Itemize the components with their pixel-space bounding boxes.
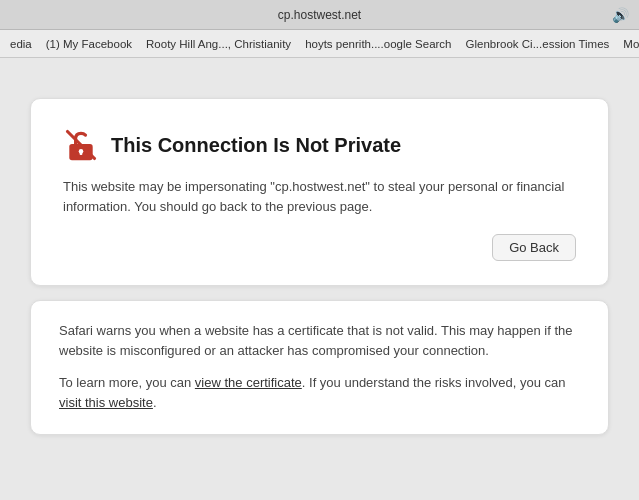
- svg-rect-3: [80, 151, 83, 155]
- info-card: Safari warns you when a website has a ce…: [30, 300, 609, 435]
- warning-header: This Connection Is Not Private: [63, 127, 576, 163]
- info-para2-middle: . If you understand the risks involved, …: [302, 375, 566, 390]
- warning-card: This Connection Is Not Private This webs…: [30, 98, 609, 286]
- bookmark-item[interactable]: Model Railroa...: [617, 36, 639, 52]
- view-certificate-link[interactable]: view the certificate: [195, 375, 302, 390]
- warning-actions: Go Back: [63, 234, 576, 261]
- bookmarks-bar: edia (1) My Facebook Rooty Hill Ang..., …: [0, 30, 639, 58]
- bookmark-item[interactable]: (1) My Facebook: [40, 36, 138, 52]
- bookmark-item[interactable]: Rooty Hill Ang..., Christianity: [140, 36, 297, 52]
- info-paragraph-2: To learn more, you can view the certific…: [59, 373, 580, 413]
- bookmark-item[interactable]: edia: [4, 36, 38, 52]
- info-para2-prefix: To learn more, you can: [59, 375, 195, 390]
- go-back-button[interactable]: Go Back: [492, 234, 576, 261]
- browser-top-bar: cp.hostwest.net 🔊: [0, 0, 639, 30]
- bookmark-item[interactable]: Glenbrook Ci...ession Times: [460, 36, 616, 52]
- info-paragraph-1: Safari warns you when a website has a ce…: [59, 321, 580, 361]
- visit-website-link[interactable]: visit this website: [59, 395, 153, 410]
- speaker-icon: 🔊: [612, 7, 629, 23]
- lock-broken-icon: [63, 127, 99, 163]
- info-para2-suffix: .: [153, 395, 157, 410]
- url-bar[interactable]: cp.hostwest.net: [278, 8, 361, 22]
- warning-body: This website may be impersonating "cp.ho…: [63, 177, 576, 216]
- warning-title: This Connection Is Not Private: [111, 134, 401, 157]
- content-area: This Connection Is Not Private This webs…: [0, 58, 639, 500]
- bookmark-item[interactable]: hoyts penrith....oogle Search: [299, 36, 457, 52]
